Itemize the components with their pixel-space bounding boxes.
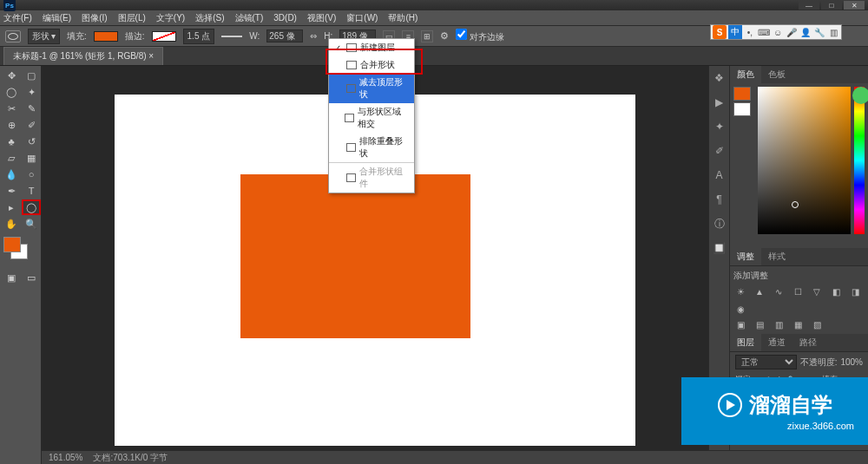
ime-mic-icon[interactable]: 🎤 xyxy=(786,28,798,37)
eraser-tool[interactable]: ▱ xyxy=(2,150,21,166)
minimize-button[interactable]: — xyxy=(799,1,819,10)
adj-invert-icon[interactable]: ▣ xyxy=(733,318,747,330)
adj-levels-icon[interactable]: ▲ xyxy=(753,285,766,297)
stroke-swatch[interactable] xyxy=(152,31,176,42)
gradient-tool[interactable]: ▦ xyxy=(22,150,41,166)
menu-layer[interactable]: 图层(L) xyxy=(118,12,146,24)
color-picker[interactable] xyxy=(758,87,851,234)
settings-gear-icon[interactable]: ⚙ xyxy=(440,30,449,42)
dock-paragraph-icon[interactable]: ¶ xyxy=(713,193,727,206)
crop-tool[interactable]: ✂ xyxy=(2,101,21,116)
opacity-value[interactable]: 100% xyxy=(840,357,863,367)
zoom-tool[interactable]: 🔍 xyxy=(22,216,41,232)
shape-mode-dropdown[interactable]: 形状 ▾ xyxy=(28,29,60,44)
dock-navigator-icon[interactable]: 🔲 xyxy=(713,241,727,255)
ime-lang-button[interactable]: 中 xyxy=(728,25,742,39)
bg-mini-swatch[interactable] xyxy=(733,102,751,116)
link-wh-icon[interactable]: ⇔ xyxy=(310,31,317,41)
pen-tool[interactable]: ✒ xyxy=(2,183,21,199)
menu-help[interactable]: 帮助(H) xyxy=(388,12,418,24)
styles-panel-tab[interactable]: 样式 xyxy=(761,248,792,265)
screen-mode-button[interactable]: ▭ xyxy=(22,270,41,285)
fg-mini-swatch[interactable] xyxy=(733,87,751,101)
adj-vibrance-icon[interactable]: ▽ xyxy=(810,285,824,297)
ime-keyboard-icon[interactable]: ⌨ xyxy=(758,28,770,37)
blend-mode-select[interactable]: 正常 xyxy=(735,355,797,369)
dock-brush-icon[interactable]: ✐ xyxy=(713,144,727,158)
color-panel-tab[interactable]: 颜色 xyxy=(730,66,761,83)
doc-tab[interactable]: 未标题-1 @ 161% (矩形 1, RGB/8) × xyxy=(3,47,163,65)
hue-slider[interactable] xyxy=(854,87,865,234)
quick-mask-button[interactable]: ▣ xyxy=(2,270,21,285)
foreground-color-swatch[interactable] xyxy=(3,237,21,252)
blur-tool[interactable]: 💧 xyxy=(2,167,21,182)
stroke-style-dropdown[interactable] xyxy=(221,36,242,37)
menu-view[interactable]: 视图(V) xyxy=(307,12,336,24)
adj-exposure-icon[interactable]: ☐ xyxy=(791,285,805,297)
adj-curves-icon[interactable]: ∿ xyxy=(772,285,786,297)
tool-preview-icon[interactable] xyxy=(5,30,21,42)
adjustments-panel-tab[interactable]: 调整 xyxy=(730,248,761,265)
brush-tool[interactable]: ✐ xyxy=(22,117,41,133)
channels-panel-tab[interactable]: 通道 xyxy=(761,334,792,351)
dock-properties-icon[interactable]: ✦ xyxy=(713,120,727,134)
adj-brightness-icon[interactable]: ☀ xyxy=(733,285,747,297)
ime-user-icon[interactable]: 👤 xyxy=(799,28,812,37)
menu-exclude-overlap[interactable]: 排除重叠形状 xyxy=(329,133,414,162)
hand-tool[interactable]: ✋ xyxy=(2,216,21,232)
lasso-tool[interactable]: ◯ xyxy=(2,84,21,100)
layers-panel-tab[interactable]: 图层 xyxy=(730,334,761,351)
path-select-tool[interactable]: ▸ xyxy=(2,199,21,215)
adj-gradient-map-icon[interactable]: ▦ xyxy=(791,318,805,330)
menu-new-layer[interactable]: ✓新建图层 xyxy=(329,39,414,56)
type-tool[interactable]: T xyxy=(22,183,41,199)
healing-tool[interactable]: ⊕ xyxy=(2,117,21,133)
adj-threshold-icon[interactable]: ▥ xyxy=(772,318,786,330)
path-arrange-button[interactable]: ⊞ xyxy=(421,30,433,42)
doc-info[interactable]: 文档:703.1K/0 字节 xyxy=(93,452,168,464)
ime-punct-icon[interactable]: •, xyxy=(744,28,756,37)
history-brush-tool[interactable]: ↺ xyxy=(22,134,41,149)
ime-skin-icon[interactable]: ▥ xyxy=(827,28,839,37)
menu-filter[interactable]: 滤镜(T) xyxy=(235,12,264,24)
stroke-width-input[interactable]: 1.5 点 xyxy=(183,29,215,44)
adj-hue-icon[interactable]: ◧ xyxy=(829,285,843,297)
zoom-level[interactable]: 161.05% xyxy=(49,453,82,462)
menu-intersect[interactable]: 与形状区域相交 xyxy=(329,103,414,133)
menu-type[interactable]: 文字(Y) xyxy=(156,12,185,24)
dock-character-icon[interactable]: A xyxy=(713,168,727,182)
ime-emoji-icon[interactable]: ☺ xyxy=(772,28,784,37)
ime-logo-icon[interactable]: S xyxy=(713,25,727,39)
stamp-tool[interactable]: ♣ xyxy=(2,134,21,149)
menu-window[interactable]: 窗口(W) xyxy=(346,12,378,24)
menu-merge-shapes[interactable]: 合并形状 xyxy=(329,56,414,74)
color-swatches[interactable] xyxy=(2,237,33,265)
adj-bw-icon[interactable]: ◨ xyxy=(848,285,862,297)
width-input[interactable] xyxy=(266,29,303,42)
ellipse-tool[interactable]: ◯ xyxy=(22,199,41,215)
paths-panel-tab[interactable]: 路径 xyxy=(792,334,824,351)
ime-toolbar[interactable]: S 中 •, ⌨ ☺ 🎤 👤 🔧 ▥ xyxy=(710,24,842,40)
adj-selective-icon[interactable]: ▧ xyxy=(810,318,824,330)
adj-photo-filter-icon[interactable]: ◉ xyxy=(733,303,747,315)
dock-info-icon[interactable]: ⓘ xyxy=(713,217,727,231)
align-edges-checkbox[interactable]: 对齐边缘 xyxy=(456,29,504,43)
maximize-button[interactable]: □ xyxy=(821,1,842,10)
magic-wand-tool[interactable]: ✦ xyxy=(22,84,41,100)
dock-actions-icon[interactable]: ▶ xyxy=(713,95,727,109)
dock-history-icon[interactable]: ❖ xyxy=(713,71,727,85)
menu-select[interactable]: 选择(S) xyxy=(195,12,224,24)
menu-edit[interactable]: 编辑(E) xyxy=(43,12,71,24)
move-tool[interactable]: ✥ xyxy=(2,68,21,83)
swatches-panel-tab[interactable]: 色板 xyxy=(761,66,792,83)
ime-settings-icon[interactable]: 🔧 xyxy=(813,28,825,37)
fill-swatch[interactable] xyxy=(94,31,118,42)
color-picker-cursor[interactable] xyxy=(792,201,799,208)
rectangle-shape[interactable] xyxy=(240,174,470,338)
dodge-tool[interactable]: ○ xyxy=(22,167,41,182)
menu-subtract-front[interactable]: 减去顶层形状 xyxy=(329,74,414,103)
eyedropper-tool[interactable]: ✎ xyxy=(22,101,41,116)
menu-image[interactable]: 图像(I) xyxy=(82,12,107,24)
menu-file[interactable]: 文件(F) xyxy=(3,12,32,24)
marquee-tool[interactable]: ▢ xyxy=(22,68,41,83)
